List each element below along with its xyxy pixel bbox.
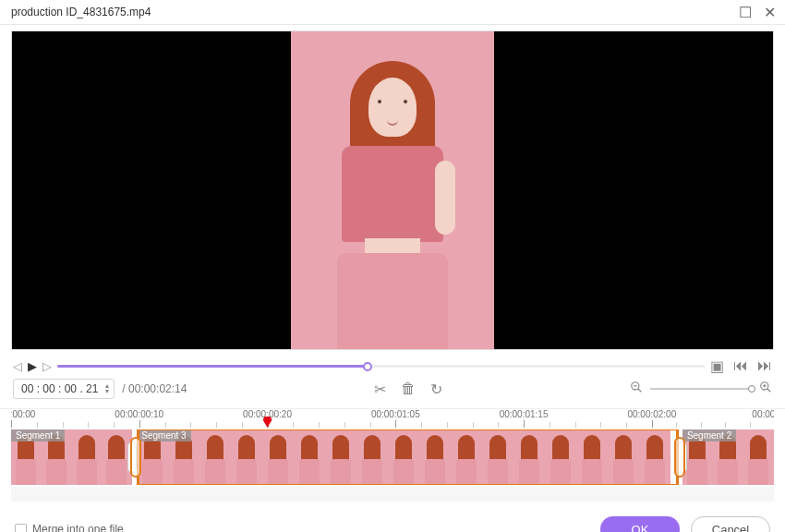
timeline-ruler[interactable]: 00:00:00:0000:00:00:1000:00:00:2000:00:0… [11, 409, 774, 429]
frame-mode-icon[interactable]: ▣ [710, 357, 724, 375]
merge-strip [11, 487, 774, 502]
segment-label: Segment 1 [11, 429, 65, 441]
video-canvas [291, 31, 494, 349]
playback-right-controls: ▣ ⏮ ⏭ [710, 357, 772, 375]
edit-toolbar: ✂ 🗑 ↻ [374, 381, 442, 398]
zoom-slider[interactable] [650, 388, 752, 390]
reset-icon[interactable]: ↻ [430, 381, 442, 398]
segment-3-clip[interactable]: Segment 3 [137, 429, 678, 485]
step-forward-icon[interactable]: ⏭ [757, 357, 772, 375]
current-time-input[interactable]: 00 : 00 : 00 . 21 ▲ ▼ [13, 379, 115, 399]
svg-line-4 [767, 389, 771, 393]
delete-icon[interactable]: 🗑 [401, 381, 416, 398]
segment-label: Segment 3 [137, 429, 190, 441]
segment-label: Segment 2 [682, 429, 736, 441]
timeline-clips[interactable]: Segment 1 ⋮ Segment 3 Segment 2 ⋮ [11, 429, 774, 485]
merge-label: Merge into one file [32, 523, 124, 532]
checkbox-icon[interactable] [15, 524, 27, 533]
selection-handle-left[interactable] [130, 437, 141, 478]
next-icon[interactable]: ▷ [42, 359, 52, 373]
cut-icon[interactable]: ✂ [374, 381, 386, 398]
playback-bar: ◁ ▶ ▷ ▣ ⏮ ⏭ [0, 354, 785, 375]
video-preview [11, 30, 774, 350]
window-controls: ☐ ✕ [739, 6, 776, 18]
total-duration: / 00:00:02:14 [122, 382, 187, 395]
segment-1-clip[interactable]: Segment 1 ⋮ [11, 429, 132, 485]
cancel-button[interactable]: Cancel [691, 516, 770, 532]
window-header: production ID_4831675.mp4 ☐ ✕ [0, 0, 785, 25]
step-back-icon[interactable]: ⏮ [733, 357, 748, 375]
zoom-out-icon[interactable] [630, 381, 643, 397]
selection-handle-right[interactable] [674, 437, 685, 478]
footer: Merge into one file OK Cancel [0, 507, 785, 532]
zoom-controls [630, 381, 772, 397]
window-title: production ID_4831675.mp4 [11, 6, 151, 18]
ok-button[interactable]: OK [600, 516, 680, 532]
maximize-icon[interactable]: ☐ [739, 6, 752, 18]
merge-checkbox[interactable]: Merge into one file [15, 523, 124, 532]
segment-2-clip[interactable]: Segment 2 ⋮ [682, 429, 774, 485]
preview-frame-image [291, 31, 494, 349]
tools-row: 00 : 00 : 00 . 21 ▲ ▼ / 00:00:02:14 ✂ 🗑 … [0, 375, 785, 409]
zoom-in-icon[interactable] [759, 381, 772, 397]
svg-line-1 [638, 389, 642, 393]
current-time-value: 00 : 00 : 00 . 21 [21, 382, 98, 395]
play-icon[interactable]: ▶ [28, 359, 37, 373]
dialog-buttons: OK Cancel [600, 516, 770, 532]
close-icon[interactable]: ✕ [763, 6, 776, 18]
progress-slider[interactable] [57, 360, 705, 373]
spinner-down-icon[interactable]: ▼ [103, 389, 110, 394]
previous-icon[interactable]: ◁ [13, 359, 22, 373]
time-spinner[interactable]: ▲ ▼ [103, 383, 110, 394]
